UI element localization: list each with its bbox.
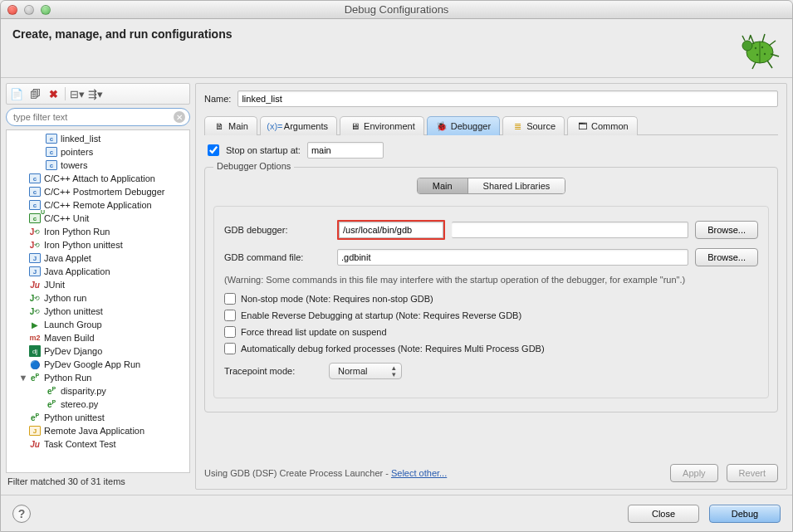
- force-checkbox[interactable]: [224, 326, 236, 338]
- tree-item[interactable]: djPyDev Django: [7, 344, 189, 358]
- tree-item[interactable]: cC/C++ Remote Application: [7, 198, 189, 212]
- tab-debugger[interactable]: 🐞Debugger: [427, 116, 500, 135]
- reverse-checkbox[interactable]: [224, 310, 236, 321]
- tree-item[interactable]: cpointers: [7, 145, 189, 159]
- tree-item-label: Launch Group: [43, 320, 102, 329]
- stop-on-startup-input[interactable]: [307, 142, 384, 159]
- stop-on-startup-checkbox[interactable]: [208, 144, 219, 156]
- tree-item-icon: c: [28, 186, 42, 198]
- gdb-debugger-row: GDB debugger: Browse...: [224, 220, 758, 240]
- tab-source[interactable]: ≣Source: [502, 116, 565, 135]
- tree-item[interactable]: JuJUnit: [7, 278, 189, 291]
- tree-item-icon: cU: [28, 212, 42, 224]
- gdb-debugger-input[interactable]: [339, 222, 443, 238]
- duplicate-config-icon[interactable]: 🗐: [28, 87, 42, 100]
- tree-item[interactable]: J⟲Jython unittest: [7, 305, 189, 318]
- tab-environment[interactable]: 🖥Environment: [340, 116, 424, 135]
- debug-button[interactable]: Debug: [709, 505, 781, 523]
- expand-arrow-icon[interactable]: ▼: [18, 373, 28, 383]
- tree-item[interactable]: J⟲Jython run: [7, 291, 189, 305]
- subtab-shared-libraries[interactable]: Shared Libraries: [468, 178, 565, 193]
- gdb-cmd-browse-button[interactable]: Browse...: [695, 248, 758, 266]
- close-button[interactable]: Close: [628, 505, 699, 523]
- gdb-warning: (Warning: Some commands in this file may…: [224, 275, 758, 285]
- collapse-all-icon[interactable]: ⊟▾: [71, 87, 84, 100]
- auto-row: Automatically debug forked processes (No…: [224, 343, 758, 354]
- tree-item-icon: eP: [45, 385, 58, 397]
- tree-item-icon: c: [28, 199, 42, 211]
- delete-config-icon[interactable]: ✖: [47, 87, 60, 100]
- svg-point-5: [761, 46, 763, 48]
- tree-item[interactable]: cC/C++ Attach to Application: [7, 172, 189, 185]
- revert-button[interactable]: Revert: [727, 464, 778, 482]
- tree-item[interactable]: ePPython unittest: [7, 411, 189, 424]
- tree-item[interactable]: ePdisparity.py: [7, 384, 189, 398]
- right-panel: Name: 🗎Main (x)=Arguments 🖥Environment 🐞…: [195, 83, 787, 490]
- tree-item-icon: J: [28, 425, 42, 437]
- tracepoint-row: Tracepoint mode: Normal ▴▾: [224, 363, 758, 379]
- tree-item[interactable]: JJava Applet: [7, 251, 189, 265]
- tree-item[interactable]: JRemote Java Application: [7, 424, 189, 437]
- svg-point-3: [742, 41, 752, 51]
- tracepoint-label: Tracepoint mode:: [224, 366, 322, 376]
- reverse-label: Enable Reverse Debugging at startup (Not…: [241, 310, 521, 320]
- auto-checkbox[interactable]: [224, 343, 236, 354]
- tree-item[interactable]: J⟲Iron Python Run: [7, 225, 189, 238]
- config-tabs: 🗎Main (x)=Arguments 🖥Environment 🐞Debugg…: [204, 114, 778, 135]
- gdb-cmd-input[interactable]: [337, 249, 688, 266]
- apply-button[interactable]: Apply: [670, 464, 718, 482]
- help-icon[interactable]: ?: [12, 505, 31, 523]
- tree-item-label: Jython unittest: [43, 306, 103, 316]
- tree-item-label: disparity.py: [60, 386, 106, 396]
- panel-footer: Using GDB (DSF) Create Process Launcher …: [204, 456, 778, 482]
- debug-config-window: Debug Configurations Create, manage, and…: [0, 0, 793, 532]
- filter-wrap: ✕: [6, 108, 190, 126]
- tree-item-label: stereo.py: [60, 399, 98, 409]
- subtab-main[interactable]: Main: [418, 178, 468, 193]
- tree-item[interactable]: ePstereo.py: [7, 398, 189, 411]
- debugger-options-group: Debugger Options Main Shared Libraries G…: [204, 167, 778, 412]
- gdb-debugger-input-ext[interactable]: [452, 222, 688, 238]
- tree-item[interactable]: ▶Launch Group: [7, 318, 189, 331]
- tree-item-label: Java Applet: [43, 253, 91, 263]
- config-tree[interactable]: clinked_listcpointersctowerscC/C++ Attac…: [6, 129, 190, 473]
- tree-item[interactable]: clinked_list: [7, 132, 189, 145]
- tree-item[interactable]: 🔵PyDev Google App Run: [7, 358, 189, 371]
- config-name-input[interactable]: [237, 90, 778, 107]
- tree-item[interactable]: JJava Application: [7, 265, 189, 278]
- gdb-debugger-label: GDB debugger:: [224, 225, 330, 235]
- filter-menu-icon[interactable]: ⇶▾: [89, 87, 102, 100]
- tracepoint-select[interactable]: Normal ▴▾: [329, 363, 402, 379]
- tree-item-label: towers: [60, 160, 87, 170]
- debugger-options-title: Debugger Options: [213, 161, 294, 171]
- tree-item[interactable]: cUC/C++ Unit: [7, 212, 189, 225]
- tree-item-icon: J⟲: [28, 239, 42, 251]
- window-footer: ? Close Debug: [1, 495, 792, 531]
- tree-item[interactable]: ctowers: [7, 159, 189, 172]
- startup-row: Stop on startup at:: [208, 142, 778, 159]
- gdb-debugger-browse-button[interactable]: Browse...: [695, 221, 758, 239]
- select-other-link[interactable]: Select other...: [391, 468, 447, 478]
- tab-arguments[interactable]: (x)=Arguments: [260, 116, 337, 135]
- debugger-main-panel: GDB debugger: Browse... GDB command file…: [213, 206, 769, 398]
- tree-item[interactable]: ▼ePPython Run: [7, 371, 189, 384]
- tab-main[interactable]: 🗎Main: [204, 116, 257, 135]
- filter-status: Filter matched 30 of 31 items: [6, 473, 190, 490]
- common-tab-icon: 🗔: [576, 120, 588, 132]
- tab-common[interactable]: 🗔Common: [567, 116, 638, 135]
- tree-item-icon: eP: [28, 412, 42, 423]
- main-tab-icon: 🗎: [213, 120, 225, 132]
- tree-item[interactable]: J⟲Iron Python unittest: [7, 238, 189, 251]
- clear-filter-icon[interactable]: ✕: [174, 111, 185, 123]
- tree-item-icon: J⟲: [28, 292, 42, 304]
- svg-point-6: [756, 54, 758, 56]
- tree-item[interactable]: m2Maven Build: [7, 331, 189, 344]
- tree-item[interactable]: cC/C++ Postmortem Debugger: [7, 185, 189, 198]
- arguments-tab-icon: (x)=: [269, 120, 281, 132]
- new-config-icon[interactable]: 📄: [10, 87, 23, 100]
- filter-input[interactable]: [6, 108, 190, 126]
- tree-item[interactable]: JuTask Context Test: [7, 437, 189, 451]
- nonstop-checkbox[interactable]: [224, 293, 236, 305]
- tree-item-icon: Ju: [28, 438, 42, 450]
- svg-point-7: [764, 53, 766, 55]
